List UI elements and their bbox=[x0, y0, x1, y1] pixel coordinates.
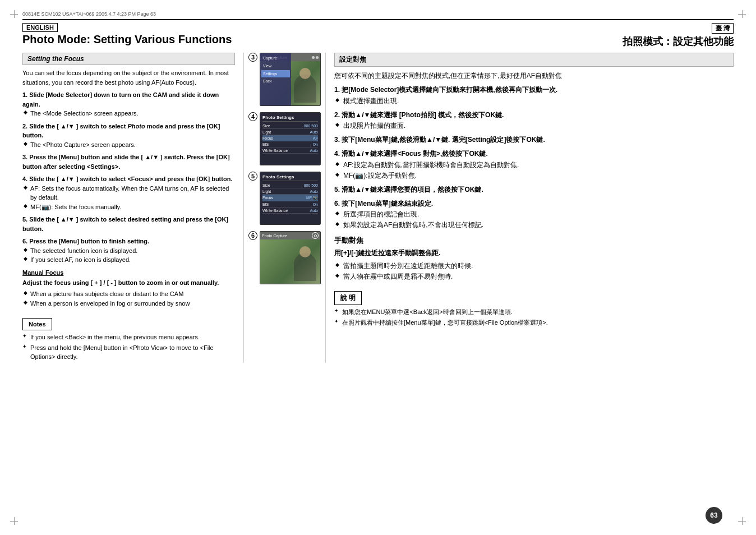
mf-bullet-1: When a picture has subjects close or dis… bbox=[22, 289, 235, 299]
cam-screen-3: Photo Capture Capture View bbox=[260, 53, 321, 106]
notes-list: If you select <Back> in the menu, the pr… bbox=[22, 333, 235, 362]
zh-step-1: 1. 把[Mode Selector]模式選擇鍵向下扳動來打開本機,然後再向下扳… bbox=[334, 85, 734, 106]
mf-bullet-2: When a person is enveloped in fog or sur… bbox=[22, 299, 235, 308]
settings-row-light-5: LightAuto bbox=[262, 188, 318, 195]
main-title-en: Photo Mode: Setting Various Functions bbox=[22, 33, 232, 46]
steps-list-en: 1. Slide [Mode Selector] down to turn on… bbox=[22, 90, 235, 265]
cam-icon-dot bbox=[316, 56, 319, 59]
zh-step-2: 2. 滑動▲/▼鍵來選擇 [Photo拍照] 模式，然後按下OK鍵. 出現照片拍… bbox=[334, 110, 734, 131]
zh-s6-b1: 所選擇項目的標記會出現. bbox=[334, 209, 734, 220]
menu-item-back: Back bbox=[261, 77, 290, 85]
screen-number-4: 4 bbox=[248, 112, 257, 121]
settings-row-eis-5: EISOn bbox=[262, 201, 318, 207]
screen-number-6: 6 bbox=[248, 231, 257, 240]
settings-title-5: Photo Settings bbox=[262, 174, 318, 181]
step-1: 1. Slide [Mode Selector] down to turn on… bbox=[22, 90, 235, 118]
screen-row-6: 6 Photo Capture bbox=[248, 231, 321, 288]
cam-label-6: Photo Capture bbox=[262, 234, 287, 238]
page-ref: 00814E SCM102 USA+TAI~069 2005.4.7 4:23 … bbox=[22, 11, 156, 17]
cam-icons-6 bbox=[312, 232, 319, 239]
screen-number-3: 3 bbox=[248, 53, 257, 62]
cam-focus-icon bbox=[312, 232, 319, 239]
zh-s4-b2: MF(📷):設定為手動對焦. bbox=[334, 170, 734, 181]
cam-person-head-6 bbox=[299, 246, 311, 257]
section-header-zh: 設定對焦 bbox=[334, 53, 734, 67]
section-header-en: Setting the Focus bbox=[22, 53, 235, 65]
page-number: 63 bbox=[706, 507, 722, 524]
right-title-block: 臺 灣 拍照模式：設定其他功能 bbox=[623, 23, 734, 48]
settings-row-size-5: Size800 500 bbox=[262, 182, 318, 188]
cam-settings-5: Photo Settings Size800 500 LightAuto Foc… bbox=[260, 172, 320, 224]
zh-notes-list: 如果您在MENU菜單中選<Back返回>時會回到上一個菜單進項. 在照片觀看中持… bbox=[334, 307, 734, 327]
cam-focus-inner bbox=[314, 234, 317, 237]
cam-menu-3: Capture View Settings Back bbox=[260, 53, 291, 105]
notes-item-1: If you select <Back> in the menu, the pr… bbox=[22, 333, 235, 342]
zh-steps: 1. 把[Mode Selector]模式選擇鍵向下扳動來打開本機,然後再向下扳… bbox=[334, 85, 734, 230]
step-6-bullet-2: If you select AF, no icon is displayed. bbox=[22, 255, 235, 265]
menu-item-capture: Capture bbox=[261, 54, 290, 62]
settings-row-light: LightAuto bbox=[262, 129, 318, 135]
notes-item-2: Press and hold the [Menu] button in <Pho… bbox=[22, 343, 235, 362]
right-body-text: 您可依不同的主題設定不同對焦的模式,但在正常情形下,最好使用AF自動對焦 bbox=[334, 70, 734, 81]
screen-row-4: 4 Photo Settings Size800 500 LightAuto F… bbox=[248, 112, 321, 169]
left-body-text: You can set the focus depending on the s… bbox=[22, 68, 235, 87]
cam-screen-6: Photo Capture bbox=[260, 231, 321, 284]
settings-row-focus-4: FocusAF bbox=[262, 135, 318, 141]
settings-row-size: Size800 500 bbox=[262, 123, 318, 129]
zh-mf-bullet-2: 當人物在霧中或四周是霜不易對焦時. bbox=[334, 271, 734, 282]
zh-mf-body: 用[+]/[-]鍵拉近拉遠來手動調整焦距. bbox=[334, 248, 734, 259]
zh-notes-item-1: 如果您在MENU菜單中選<Back返回>時會回到上一個菜單進項. bbox=[334, 307, 734, 317]
screen-row-5: 5 Photo Settings Size800 500 LightAuto F… bbox=[248, 172, 321, 228]
manual-focus-header-en: Manual Focus bbox=[22, 269, 235, 276]
zh-s2-b1: 出現照片拍攝的畫面. bbox=[334, 121, 734, 131]
zh-step-3: 3. 按下[Menu菜單]鍵,然後滑動▲/▼鍵. 選完[Setting設定]後按… bbox=[334, 135, 734, 145]
cam-screen-5: Photo Settings Size800 500 LightAuto Foc… bbox=[260, 172, 321, 225]
taiwan-badge: 臺 灣 bbox=[712, 23, 734, 34]
screen-number-5: 5 bbox=[248, 172, 257, 181]
cam-screen-4: Photo Settings Size800 500 LightAuto Foc… bbox=[260, 112, 321, 165]
cam-icons-3 bbox=[312, 56, 319, 59]
zh-step-4: 4. 滑動▲/▼鍵來選擇<Focus 對焦>,然後按下OK鍵. AF:設定為自動… bbox=[334, 149, 734, 181]
settings-row-wb: White BalanceAuto bbox=[262, 147, 318, 154]
cam-settings-4: Photo Settings Size800 500 LightAuto Foc… bbox=[260, 113, 320, 165]
title-section: ENGLISH Photo Mode: Setting Various Func… bbox=[22, 19, 734, 48]
settings-row-eis: EISOn bbox=[262, 141, 318, 147]
zh-notes-item-2: 在照片觀看中持續按住[Menu菜單]鍵，您可直接跳到<File Option檔案… bbox=[334, 318, 734, 328]
step-3: 3. Press the [Menu] button and slide the… bbox=[22, 153, 235, 171]
step-2: 2. Slide the [ ▲/▼ ] switch to select Ph… bbox=[22, 122, 235, 150]
step-6: 6. Press the [Menu] button to finish set… bbox=[22, 237, 235, 265]
cam-person-3 bbox=[294, 75, 316, 103]
cam-bg-6 bbox=[260, 239, 320, 284]
manual-focus-body-en: Adjust the focus using [ + ] / [ - ] but… bbox=[22, 278, 235, 288]
step-4: 4. Slide the [ ▲/▼ ] switch to select <F… bbox=[22, 174, 235, 211]
cam-person-head-3 bbox=[299, 68, 311, 79]
right-column: 設定對焦 您可依不同的主題設定不同對焦的模式,但在正常情形下,最好使用AF自動對… bbox=[325, 53, 734, 363]
zh-s6-b2: 如果您設定為AF自動對焦時,不會出現任何標記. bbox=[334, 220, 734, 230]
zh-step-5: 5. 滑動▲/▼鍵來選擇您要的項目，然後按下OK鍵. bbox=[334, 185, 734, 195]
screens-column: 3 Photo Capture bbox=[244, 53, 325, 363]
zh-manual-focus-header: 手動對焦 bbox=[334, 236, 734, 246]
zh-s4-b1: AF:設定為自動對焦,當打開攝影機時會自動設定為自動對焦. bbox=[334, 160, 734, 170]
menu-item-settings: Settings bbox=[261, 70, 290, 78]
step-2-bullet-1: The <Photo Capture> screen appears. bbox=[22, 140, 235, 150]
settings-title-4: Photo Settings bbox=[262, 115, 318, 122]
zh-step-6: 6. 按下[Menu菜單]鍵來結束設定. 所選擇項目的標記會出現. 如果您設定為… bbox=[334, 199, 734, 231]
header-line: 00814E SCM102 USA+TAI~069 2005.4.7 4:23 … bbox=[22, 11, 734, 17]
zh-mf-bullet-1: 當拍攝主題同時分別在遠近距離很大的時候. bbox=[334, 261, 734, 271]
notes-label: Notes bbox=[22, 318, 52, 330]
english-badge: ENGLISH bbox=[22, 23, 58, 32]
zh-s1-b1: 模式選擇畫面出現. bbox=[334, 96, 734, 107]
main-title-zh: 拍照模式：設定其他功能 bbox=[623, 35, 734, 48]
cam-icon-dot bbox=[312, 56, 315, 59]
screen-row-3: 3 Photo Capture bbox=[248, 53, 321, 109]
menu-item-view: View bbox=[261, 62, 290, 70]
cam-topbar-6: Photo Capture bbox=[260, 232, 320, 239]
step-5: 5. Slide the [ ▲/▼ ] switch to select de… bbox=[22, 215, 235, 233]
settings-row-focus-5: FocusMF 📷 bbox=[262, 195, 318, 201]
cam-person-6 bbox=[294, 253, 316, 281]
settings-row-wb-5: White BalanceAuto bbox=[262, 207, 318, 214]
step-4-bullet-2: MF(📷): Sets the focus manually. bbox=[22, 202, 235, 212]
step-1-bullet-1: The <Mode Selection> screen appears. bbox=[22, 109, 235, 118]
left-title-block: ENGLISH Photo Mode: Setting Various Func… bbox=[22, 23, 232, 46]
zh-notes-label: 說 明 bbox=[334, 291, 362, 305]
